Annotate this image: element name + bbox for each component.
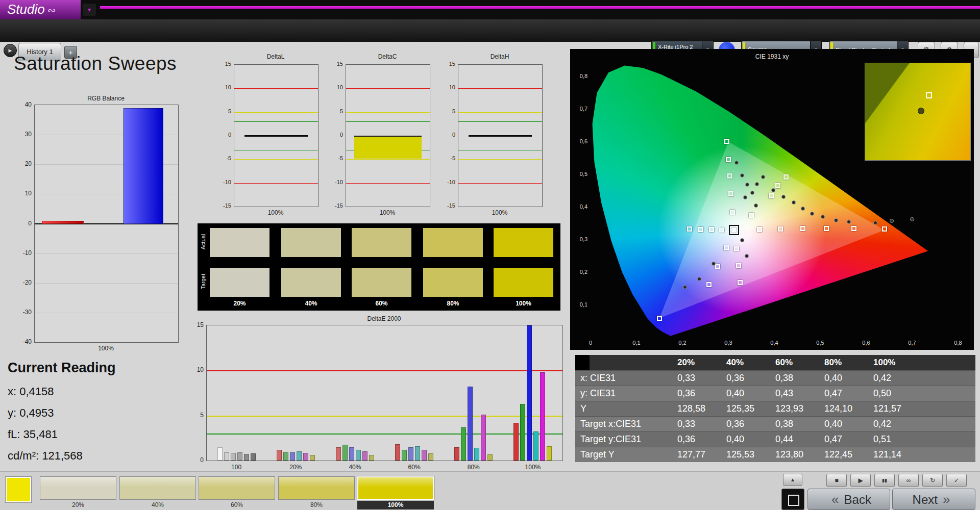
y-axis-tick-label: 0 — [12, 220, 32, 227]
pattern-swatch-100%[interactable] — [357, 476, 434, 500]
value-cell: 0,38 — [775, 419, 824, 429]
y-axis-tick-label: -10 — [327, 179, 343, 185]
delta-c-chart: 151050-5-10-15 — [346, 64, 430, 207]
ref-line-yellow — [346, 112, 430, 113]
delta-e-bar — [481, 415, 486, 461]
value-cell: 0,43 — [775, 388, 824, 399]
play-button[interactable]: ▶ — [850, 474, 871, 487]
y-axis-tick-label: -15 — [327, 202, 343, 209]
target-square-marker — [730, 210, 735, 215]
delta-l-title: DeltaL — [234, 53, 317, 60]
value-cell: 0,42 — [873, 373, 922, 384]
value-cell: 0,51 — [873, 434, 922, 445]
pattern-swatch-80%[interactable] — [278, 476, 355, 500]
stop-button[interactable]: ■ — [826, 474, 847, 487]
y-axis-tick-label: 0 — [327, 132, 343, 138]
logo-swirl-icon: ∾ — [47, 5, 56, 16]
header-cell: 80% — [824, 358, 873, 368]
target-swatch — [423, 268, 483, 297]
value-cell: 125,35 — [726, 403, 775, 414]
delta-e-bar — [362, 451, 368, 461]
delta-e-bar — [454, 447, 459, 461]
y-axis-tick-label: 0,6 — [571, 138, 587, 144]
back-arrow-icon: « — [831, 492, 839, 507]
logo-menu-caret-icon[interactable]: ▾ — [83, 4, 96, 16]
pattern-swatch-20%[interactable] — [40, 476, 116, 500]
x-axis-tick-label: 0,4 — [764, 340, 785, 346]
delta-e-bar — [422, 450, 427, 461]
pattern-bar: 20%40%60%80%100% ▲ ■▶▮▮∞↻✓ «Back Next» — [0, 471, 980, 510]
measured-dot-marker — [771, 188, 775, 192]
y-axis-tick-label: 10 — [439, 84, 455, 90]
target-square-marker — [824, 226, 829, 231]
y-axis-tick-label: 40 — [12, 101, 32, 108]
pause-button[interactable]: ▮▮ — [874, 474, 895, 487]
white-point-highlight — [729, 225, 739, 235]
delta-e-bar — [290, 452, 295, 461]
target-square-marker — [738, 280, 743, 285]
x-axis-tick-label: 0,5 — [810, 340, 830, 346]
delta-e-bar — [408, 447, 413, 461]
delta-e-chart: 15105010020%40%60%80%100% — [206, 325, 563, 461]
swatch-column-label: 20% — [210, 300, 270, 307]
target-square-marker — [757, 227, 762, 232]
pattern-window-button[interactable] — [781, 489, 804, 510]
next-button[interactable]: Next» — [892, 489, 975, 510]
delta-e-bar — [415, 446, 420, 461]
y-axis-tick-label: -10 — [215, 179, 231, 185]
delta-h-chart: 151050-5-10-15 — [458, 64, 543, 207]
y-axis-tick-label: 5 — [327, 108, 343, 114]
tab-bar: ▶ History 1 + X-Rite i1Pro 2 Direct View… — [0, 19, 980, 42]
transport-controls: ■▶▮▮∞↻✓ — [826, 474, 974, 487]
back-button[interactable]: «Back — [807, 489, 890, 510]
target-square-marker — [775, 183, 780, 188]
gridline — [35, 253, 178, 254]
delta-e-bar — [520, 404, 525, 461]
delta-e-bar — [237, 452, 242, 461]
target-swatch — [210, 268, 270, 297]
x-axis-tick-label: 0,2 — [672, 340, 693, 346]
y-axis-tick-label: -20 — [12, 279, 32, 286]
y-axis-tick-label: -15 — [439, 202, 455, 209]
rgb-balance-xlabel: 100% — [34, 345, 178, 352]
ref-line-red — [234, 88, 318, 89]
blue-bar — [124, 108, 163, 224]
top-bar: Studio∾ ▾ — [0, 0, 980, 19]
delta-e-bar — [349, 447, 354, 461]
y-axis-tick-label: 10 — [215, 84, 231, 90]
ref-line-red — [346, 88, 430, 89]
value-cell: 121,14 — [873, 449, 922, 460]
confirm-button[interactable]: ✓ — [946, 474, 967, 487]
pattern-swatch-label: 40% — [119, 501, 196, 509]
row-label-cell: Target x:CIE31 — [575, 419, 677, 429]
pattern-swatch-60%[interactable] — [199, 476, 275, 500]
pattern-swatch-40%[interactable] — [119, 476, 196, 500]
loop-button[interactable]: ∞ — [898, 474, 919, 487]
y-axis-tick-label: 20 — [12, 160, 32, 167]
row-label-cell: Target Y — [575, 449, 677, 460]
y-axis-tick-label: 0,8 — [571, 73, 587, 79]
pattern-preview-swatch[interactable] — [5, 476, 32, 503]
y-axis-tick-label: 0,7 — [571, 106, 587, 112]
zero-value-bar — [244, 135, 308, 137]
y-axis-tick-label: 5 — [215, 108, 231, 114]
swatch-column-label: 80% — [423, 300, 483, 307]
delta-e-bar — [310, 455, 315, 461]
header-cell: 60% — [775, 358, 824, 368]
delta-e-title: DeltaE 2000 — [206, 315, 562, 322]
delta-e-bar — [217, 447, 223, 461]
ref-line-green — [458, 150, 542, 150]
delta-l-chart: 151050-5-10-15 — [234, 64, 318, 207]
y-axis-tick-label: -40 — [12, 338, 32, 345]
measured-dot-marker — [740, 173, 744, 177]
value-cell: 0,33 — [677, 419, 726, 429]
refresh-button[interactable]: ↻ — [922, 474, 943, 487]
row-label-cell: y: CIE31 — [575, 388, 677, 399]
current-reading-y: y: 0,4953 — [8, 406, 54, 420]
table-row: Y128,58125,35123,93124,10121,57 — [575, 401, 975, 416]
x-axis-tick-label: 0,8 — [948, 340, 968, 346]
ref-line-yellow — [458, 159, 542, 160]
app-logo[interactable]: Studio∾ — [0, 0, 81, 19]
scroll-up-icon[interactable]: ▲ — [783, 474, 802, 486]
table-row: y: CIE310,360,400,430,470,50 — [575, 386, 975, 401]
